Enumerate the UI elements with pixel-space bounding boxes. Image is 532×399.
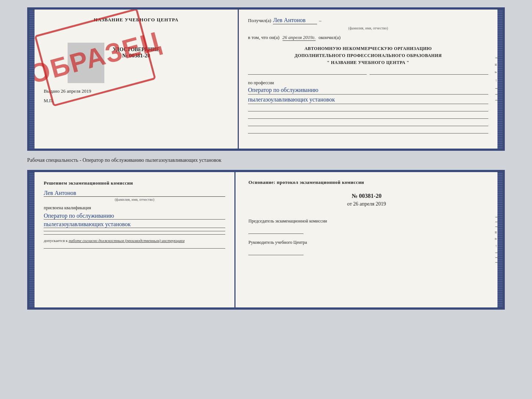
dopusk-block: допускается к работе согласно должностны… bbox=[44, 238, 225, 243]
cert-vydano-line: Выдано 26 апреля 2019 bbox=[44, 88, 229, 94]
bottom-left-panel: Решением экзаменационной комиссии Лев Ан… bbox=[35, 172, 236, 307]
predsedatel-title: Председатель экзаменационной комиссии bbox=[248, 218, 485, 224]
document-container: НАЗВАНИЕ УЧЕБНОГО ЦЕНТРА ОБРАЗЕЦ УДОСТОВ… bbox=[27, 7, 505, 310]
cert-right-panel: Получил(а) Лев Антонов – (фамилия, имя, … bbox=[239, 10, 497, 149]
right-line-2 bbox=[248, 114, 488, 119]
rukovoditel-title: Руководитель учебного Центра bbox=[248, 239, 485, 246]
vtom-label: в том, что он(а) bbox=[248, 35, 280, 40]
rukovoditel-line bbox=[248, 255, 303, 255]
top-spine-left bbox=[29, 10, 35, 149]
cert-mp: М.П. bbox=[44, 98, 229, 104]
org-line1: АВТОНОМНУЮ НЕКОММЕРЧЕСКУЮ ОРГАНИЗАЦИЮ bbox=[248, 45, 488, 52]
right-dash-1 bbox=[248, 70, 367, 75]
top-certificate: НАЗВАНИЕ УЧЕБНОГО ЦЕНТРА ОБРАЗЕЦ УДОСТОВ… bbox=[27, 7, 505, 151]
profession-label: по профессии bbox=[248, 80, 488, 86]
cert-udost-label: УДОСТОВЕРЕНИЕ bbox=[44, 47, 229, 53]
ot-prefix: от bbox=[347, 201, 352, 207]
profession-line2: пылегазоулавливающих установок bbox=[248, 96, 488, 104]
right-line-3 bbox=[248, 122, 488, 126]
fio-sublabel: (фамилия, имя, отчество) bbox=[248, 26, 488, 30]
kval-line2: пылегазоулавливающих установок bbox=[44, 221, 225, 228]
right-line-1 bbox=[248, 107, 488, 111]
bottom-line-2 bbox=[44, 234, 225, 235]
bottom-fio-sub: (фамилия, имя, отчество) bbox=[44, 197, 225, 202]
poluchil-line: Получил(а) Лев Антонов – bbox=[248, 17, 488, 24]
rukovoditel-block: Руководитель учебного Центра bbox=[248, 239, 485, 255]
vydano-label: Выдано bbox=[44, 88, 60, 94]
kval-line1: Оператор по обслуживанию bbox=[44, 213, 225, 220]
predsedatel-block: Председатель экзаменационной комиссии bbox=[248, 218, 485, 234]
vydano-date: 26 апреля 2019 bbox=[61, 88, 91, 94]
bottom-name-value: Лев Антонов bbox=[44, 190, 225, 197]
bottom-spine-left bbox=[29, 172, 35, 307]
bottom-line-1 bbox=[44, 231, 225, 231]
prisvoena-label: присвоена квалификация bbox=[44, 205, 225, 211]
dopusk-label: допускается к bbox=[44, 238, 68, 243]
date-line: в том, что он(а) 26 апреля 2019г. окончи… bbox=[248, 35, 488, 41]
cert-number: № 00381-20 bbox=[44, 53, 229, 59]
right-line-4 bbox=[248, 129, 488, 133]
cert-right-sidebar: и а ← bbox=[492, 10, 500, 149]
cert-left-panel: НАЗВАНИЕ УЧЕБНОГО ЦЕНТРА ОБРАЗЕЦ УДОСТОВ… bbox=[35, 10, 239, 149]
cert-left-title: НАЗВАНИЕ УЧЕБНОГО ЦЕНТРА bbox=[44, 17, 229, 23]
okonchil-label: окончил(а) bbox=[319, 35, 341, 40]
osnov-number: № 00381-20 bbox=[248, 193, 485, 199]
predsedatel-line bbox=[248, 234, 303, 234]
poluchil-label: Получил(а) bbox=[248, 18, 271, 24]
between-label: Рабочая специальность - Оператор по обсл… bbox=[27, 154, 222, 166]
right-dash-2 bbox=[370, 70, 488, 75]
bottom-line-3 bbox=[44, 248, 225, 249]
bottom-certificate: Решением экзаменационной комиссии Лев Ан… bbox=[27, 170, 505, 310]
org-line3: " НАЗВАНИЕ УЧЕБНОГО ЦЕНТРА " bbox=[248, 59, 488, 66]
dopusk-value: работе согласно должностным (производств… bbox=[69, 238, 184, 243]
osnov-date-value: 26 апреля 2019 bbox=[353, 201, 386, 207]
osnov-label: Основание: протокол экзаменационной коми… bbox=[248, 179, 485, 185]
profession-line1: Оператор по обслуживанию bbox=[248, 87, 488, 95]
bottom-right-panel: Основание: протокол экзаменационной коми… bbox=[236, 172, 497, 307]
org-block: АВТОНОМНУЮ НЕКОММЕРЧЕСКУЮ ОРГАНИЗАЦИЮ ДО… bbox=[248, 45, 488, 67]
cert-date-value: 26 апреля 2019г. bbox=[283, 35, 316, 41]
bottom-right-sidebar: и а ← bbox=[492, 172, 500, 307]
resheniem-title: Решением экзаменационной комиссии bbox=[44, 179, 225, 187]
osnov-date: от 26 апреля 2019 bbox=[248, 201, 485, 207]
poluchil-name: Лев Антонов bbox=[273, 17, 317, 24]
org-line2: ДОПОЛНИТЕЛЬНОГО ПРОФЕССИОНАЛЬНОГО ОБРАЗО… bbox=[248, 52, 488, 59]
